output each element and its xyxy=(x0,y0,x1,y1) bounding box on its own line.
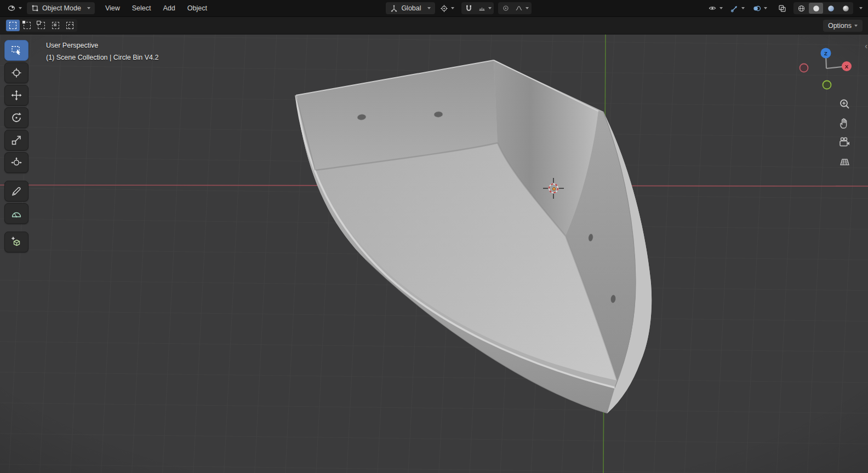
falloff-curve-icon xyxy=(515,4,523,12)
viewport-vignette xyxy=(0,34,868,473)
chevron-down-icon xyxy=(741,7,745,9)
chevron-down-icon xyxy=(19,7,22,9)
magnet-icon xyxy=(465,4,473,13)
move-icon xyxy=(10,89,22,101)
transform-orientation-select[interactable]: Global xyxy=(386,2,435,14)
editor-type-select[interactable] xyxy=(4,2,25,14)
zoom-magnifier-icon xyxy=(838,98,850,110)
viewport-canvas[interactable] xyxy=(0,34,868,473)
chevron-down-icon xyxy=(427,7,431,9)
gizmo-x-label: X xyxy=(845,64,849,70)
chevron-down-icon xyxy=(87,7,90,9)
measure-tool[interactable] xyxy=(4,203,28,224)
chevron-down-icon xyxy=(719,7,723,9)
shading-settings-dropdown[interactable] xyxy=(855,2,864,14)
overlays-icon xyxy=(752,4,761,13)
gizmo-z-label: Z xyxy=(824,50,827,56)
cursor-tool[interactable] xyxy=(4,62,28,83)
ortho-toggle-button[interactable] xyxy=(838,155,850,168)
transform-icon xyxy=(10,157,22,169)
shading-material-button[interactable] xyxy=(824,3,838,14)
viewport-info-text: User Perspective (1) Scene Collection | … xyxy=(46,39,158,64)
camera-view-button[interactable] xyxy=(838,136,850,148)
menu-select[interactable]: Select xyxy=(127,2,156,14)
select-invert-icon xyxy=(52,22,59,29)
scale-tool[interactable] xyxy=(4,130,28,151)
mode-label: Object Mode xyxy=(42,4,81,12)
shading-rendered-button[interactable] xyxy=(838,3,853,14)
select-box-tool[interactable] xyxy=(4,40,28,61)
add-cube-icon xyxy=(10,236,22,248)
viewport-nav-buttons xyxy=(838,98,850,168)
chevron-down-icon xyxy=(526,7,529,9)
show-gizmos-toggle[interactable] xyxy=(728,2,747,14)
proportional-edit-controls xyxy=(498,2,532,14)
gizmo-arrow-icon xyxy=(730,4,739,13)
editor-type-icon xyxy=(7,4,16,13)
menu-object[interactable]: Object xyxy=(182,2,212,14)
chevron-down-icon xyxy=(764,7,767,9)
toolbar-separator xyxy=(4,175,28,179)
orientation-label: Global xyxy=(401,4,421,12)
chevron-down-icon xyxy=(451,7,454,9)
eye-icon xyxy=(708,4,717,12)
xray-toggle[interactable] xyxy=(775,2,789,14)
perspective-grid-icon xyxy=(838,155,850,168)
snap-controls xyxy=(461,2,494,14)
mode-select[interactable]: Object Mode xyxy=(27,2,95,14)
proportional-falloff-dropdown[interactable] xyxy=(513,3,531,14)
zoom-button[interactable] xyxy=(838,98,850,110)
rotate-tool[interactable] xyxy=(4,107,28,128)
select-mode-subtract[interactable] xyxy=(35,20,48,31)
sidebar-expand-arrow[interactable]: ‹ xyxy=(865,42,867,50)
camera-icon xyxy=(838,136,850,148)
tool-settings-bar: Options xyxy=(0,17,868,34)
menu-add[interactable]: Add xyxy=(158,2,180,14)
select-mode-invert[interactable] xyxy=(49,20,62,31)
menu-view[interactable]: View xyxy=(100,2,125,14)
options-dropdown[interactable]: Options xyxy=(823,20,863,32)
select-extend-icon xyxy=(24,22,31,29)
pivot-point-select[interactable] xyxy=(437,2,457,14)
select-subtract-icon xyxy=(38,22,45,29)
transform-tool[interactable] xyxy=(4,152,28,173)
rendered-sphere-icon xyxy=(842,4,850,13)
navigation-gizmo[interactable]: Z X xyxy=(797,42,854,95)
snap-toggle[interactable] xyxy=(462,3,476,14)
select-mode-set[interactable] xyxy=(6,20,20,31)
annotate-tool[interactable] xyxy=(4,181,28,201)
solid-sphere-icon xyxy=(812,4,820,13)
viewport-display-controls xyxy=(705,2,864,14)
toolbar xyxy=(4,40,28,252)
snap-settings-dropdown[interactable] xyxy=(477,3,493,14)
measure-protractor-icon xyxy=(10,207,22,220)
snap-increment-icon xyxy=(478,5,486,12)
gizmo-neg-x-ball[interactable] xyxy=(800,64,808,72)
material-sphere-icon xyxy=(827,4,835,13)
viewport: User Perspective (1) Scene Collection | … xyxy=(0,34,868,473)
shading-mode-controls xyxy=(793,2,853,14)
pan-hand-button[interactable] xyxy=(838,117,850,129)
object-visibility-dropdown[interactable] xyxy=(705,2,726,14)
pivot-point-icon xyxy=(440,4,448,13)
menu-bar: View Select Add Object xyxy=(100,2,212,14)
shading-wireframe-button[interactable] xyxy=(794,3,808,14)
object-mode-icon xyxy=(31,4,39,12)
wireframe-sphere-icon xyxy=(797,4,806,13)
gizmo-neg-y-ball[interactable] xyxy=(823,81,831,89)
shading-solid-button[interactable] xyxy=(809,3,823,14)
chevron-down-icon xyxy=(854,25,858,27)
select-set-icon xyxy=(9,22,16,29)
show-overlays-toggle[interactable] xyxy=(750,2,770,14)
add-cube-tool[interactable] xyxy=(4,232,28,252)
select-mode-intersect[interactable] xyxy=(63,20,77,31)
move-tool[interactable] xyxy=(4,85,28,106)
proportional-edit-toggle[interactable] xyxy=(499,3,513,14)
orientation-axes-icon xyxy=(390,4,398,13)
chevron-down-icon xyxy=(488,7,492,9)
chevron-down-icon xyxy=(859,7,863,9)
select-mode-extend[interactable] xyxy=(20,20,34,31)
cursor-tool-icon xyxy=(10,67,22,79)
proportional-circle-icon xyxy=(502,4,510,12)
transform-controls: Global xyxy=(386,2,531,14)
